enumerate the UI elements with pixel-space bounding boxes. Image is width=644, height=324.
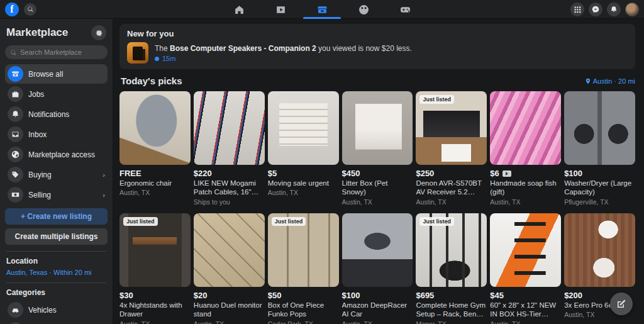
listing-location: Manor, TX [416, 320, 487, 324]
listing-price: $695 [416, 291, 434, 300]
listing-price: $30 [119, 291, 133, 300]
listing-title: Handmade soap fish (gift) [490, 179, 561, 197]
listing-location: Austin, TX [119, 320, 191, 324]
settings-gear-icon[interactable] [91, 25, 106, 40]
create-multiple-listings-button[interactable]: Create multiple listings [5, 228, 108, 245]
chevron-right-icon: › [103, 171, 105, 179]
divider [6, 251, 106, 252]
listing-price: $100 [564, 169, 582, 178]
sidebar-item-notifications[interactable]: Notifications [5, 104, 108, 124]
listing-location: Austin, TX [342, 320, 413, 324]
listing-location: Austin, TX [194, 320, 265, 324]
listing-location: Austin, TX [490, 198, 561, 206]
globe-icon [8, 147, 23, 162]
listing-card[interactable]: FREE Ergonomic chair Austin, TX [119, 91, 191, 206]
sidebar-item-selling[interactable]: Selling › [5, 185, 108, 204]
listing-card[interactable]: $450 Litter Box (Pet Snowy) Austin, TX [342, 91, 413, 206]
listing-photo-home-gym-rack: Just listed [416, 213, 487, 287]
compose-edit-button[interactable] [610, 293, 633, 315]
listing-price: $50 [268, 291, 282, 300]
tab-watch[interactable] [260, 0, 301, 19]
listing-location: Austin, TX [490, 320, 561, 324]
listing-photo-wood-nightstand: Just listed [119, 213, 191, 287]
listing-card[interactable]: Just listed $30 4x Nightstands with Draw… [119, 213, 191, 324]
chevron-right-icon: › [103, 191, 105, 199]
profile-avatar[interactable] [625, 3, 639, 16]
just-listed-badge: Just listed [272, 217, 306, 226]
categories-heading: Categories [6, 288, 106, 297]
listing-card[interactable]: $6 Handmade soap fish (gift) Austin, TX [490, 91, 561, 206]
notifications-bell-icon[interactable] [607, 3, 621, 16]
bose-speakers-thumbnail [127, 42, 148, 64]
pencil-square-icon [616, 299, 626, 309]
listing-photo-deepracer-car [342, 213, 413, 287]
listing-photo-washer-dryer [564, 91, 635, 165]
listing-photo-patch-cables [194, 91, 265, 165]
search-icon [10, 49, 17, 56]
location-link[interactable]: Austin, Texas · Within 20 mi [6, 269, 106, 276]
tab-home[interactable] [218, 0, 260, 19]
sidebar-item-marketplace-access[interactable]: Marketplace access [5, 145, 108, 164]
listing-location: Pflugerville, TX [564, 198, 635, 206]
section-title: Today's picks [121, 75, 182, 86]
listing-photo-eero-routers [564, 213, 635, 287]
marketplace-sidebar: Marketplace Browse all Jobs Notification… [0, 19, 113, 324]
listing-card[interactable]: $45 60" x 28" x 12" NEW IN BOX HS-Tier H… [490, 213, 561, 324]
feed-location-link[interactable]: Austin · 20 mi [585, 77, 635, 85]
listing-card[interactable]: $100 Amazon DeepRacer AI Car Austin, TX [342, 213, 413, 324]
storefront-icon [8, 66, 23, 82]
listing-card[interactable]: $20 Huanuo Duel monitor stand Austin, TX [194, 213, 265, 324]
notification-time: 15m [162, 55, 175, 62]
listing-price: $450 [342, 169, 360, 178]
listing-title: 60" x 28" x 12" NEW IN BOX HS-Tier Heavy… [490, 301, 561, 319]
listing-card[interactable]: Just listed $250 Denon AVR-S570BT AV Rec… [416, 91, 487, 206]
listing-price: $5 [268, 169, 277, 178]
category-property-rentals[interactable]: Property Rentals [5, 320, 108, 324]
sidebar-item-inbox[interactable]: Inbox [5, 125, 108, 144]
listing-price: $20 [194, 291, 208, 300]
listing-location: Austin, TX [119, 189, 191, 196]
money-icon [8, 187, 23, 203]
listing-card[interactable]: Just listed $695 Complete Home Gym Setup… [416, 213, 487, 324]
listing-title: Huanuo Duel monitor stand [194, 301, 265, 319]
briefcase-icon [8, 86, 23, 102]
sidebar-item-buying[interactable]: Buying › [5, 165, 108, 184]
listing-title: Washer/Dryer (Large Capacity) [564, 179, 635, 197]
listing-card[interactable]: $220 LIKE NEW Mogami Patch Cables, 16" 3… [194, 91, 265, 206]
listing-card[interactable]: $5 Moving sale urgent Austin, TX [268, 91, 339, 206]
notification-item[interactable]: The Bose Computer Speakers - Companion 2… [127, 42, 628, 64]
listings-grid: FREE Ergonomic chair Austin, TX $220 LIK… [119, 91, 635, 324]
facebook-logo-icon[interactable]: f [5, 3, 19, 16]
listing-photo-monitor-stand-box [194, 213, 265, 287]
listing-card[interactable]: $100 Washer/Dryer (Large Capacity) Pflug… [564, 91, 635, 206]
marketplace-feed: New for you The Bose Computer Speakers -… [113, 19, 644, 324]
listing-location: Cedar Park, TX [268, 320, 339, 324]
sidebar-item-jobs[interactable]: Jobs [5, 84, 108, 104]
listing-price: $250 [416, 169, 434, 178]
apps-grid-icon[interactable] [570, 3, 584, 16]
search-input[interactable] [20, 48, 103, 56]
listing-photo-plate-stack [268, 91, 339, 165]
listing-location: Austin, TX [416, 198, 487, 206]
tab-groups[interactable] [343, 0, 384, 19]
messenger-icon[interactable] [589, 3, 602, 16]
listing-price: $45 [490, 291, 504, 300]
tab-marketplace[interactable] [301, 0, 343, 19]
new-for-you-card: New for you The Bose Computer Speakers -… [119, 24, 635, 69]
location-heading: Location [6, 257, 106, 265]
listing-shipping: Ships to you [194, 198, 265, 206]
listing-location: Austin, TX [342, 198, 413, 206]
listing-title: Denon AVR-S570BT AV Receiver 5.2 Channel… [416, 179, 487, 197]
create-new-listing-button[interactable]: + Create new listing [5, 208, 108, 225]
search-icon[interactable] [24, 3, 36, 16]
listing-title: Litter Box (Pet Snowy) [342, 179, 413, 197]
listing-price: $200 [564, 291, 582, 300]
just-listed-badge: Just listed [123, 217, 158, 226]
category-vehicles[interactable]: Vehicles [5, 300, 108, 320]
divider [6, 282, 106, 283]
tab-gaming[interactable] [384, 0, 426, 19]
just-listed-badge: Just listed [419, 95, 454, 104]
sidebar-item-browse-all[interactable]: Browse all [5, 64, 108, 84]
notification-heading: New for you [127, 29, 628, 38]
listing-card[interactable]: Just listed $50 Box of One Piece Funko P… [268, 213, 339, 324]
